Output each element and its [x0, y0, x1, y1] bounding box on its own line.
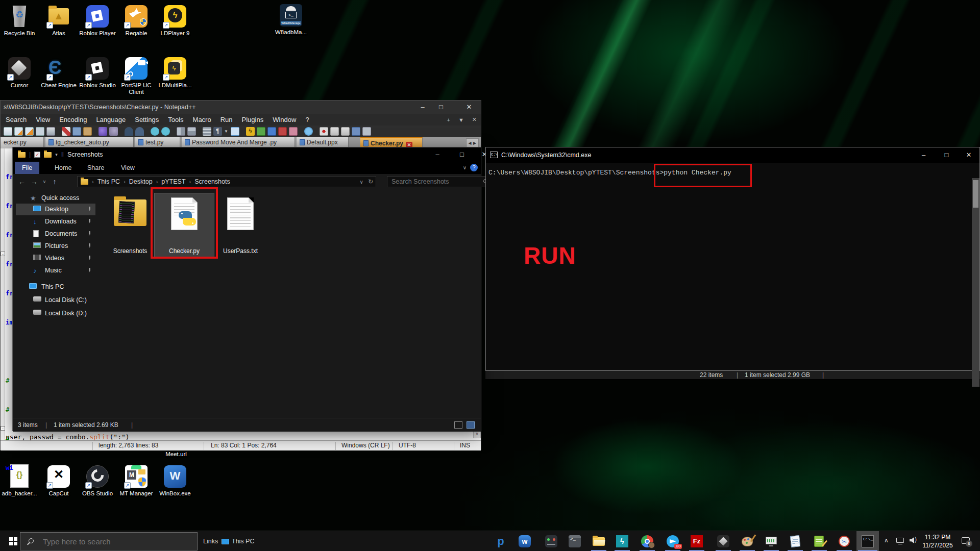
taskbar-app-flash-share[interactable]: ϟ — [611, 531, 633, 551]
function-list-icon[interactable]: ϟ — [246, 127, 255, 136]
desktop-icon-winbox[interactable]: W WinBox.exe — [156, 464, 194, 497]
find-icon[interactable] — [125, 127, 133, 136]
cmd-minimize-button[interactable]: – — [912, 147, 935, 163]
explorer-titlebar[interactable]: | ✓ ▾ ‖ Screenshots – □ ✕ — [13, 147, 481, 162]
taskbar-app-command-prompt[interactable]: C:\_ — [856, 531, 879, 551]
fold-marker[interactable]: - — [1, 252, 5, 256]
up-icon[interactable]: ↑ — [48, 178, 61, 186]
word-wrap-icon[interactable] — [203, 127, 211, 136]
desktop-icon-recycle-bin[interactable]: ♻ Recycle Bin — [0, 4, 39, 37]
paste-icon[interactable] — [83, 127, 92, 136]
taskbar-app-filezilla[interactable]: Fz — [685, 531, 708, 551]
menu-caret-button[interactable]: ▼ — [458, 117, 464, 123]
cmd-maximize-button[interactable]: □ — [935, 147, 958, 163]
open-folder-icon[interactable] — [14, 127, 23, 136]
large-icons-view-icon[interactable] — [467, 421, 475, 429]
desktop-icon-cheat-engine[interactable]: Є↗ Cheat Engine — [39, 56, 78, 89]
taskbar-app-task-manager[interactable] — [760, 531, 782, 551]
desktop-icon-w8adbmanage[interactable]: >_ W8adbManage W8adbMa... — [272, 3, 310, 36]
indent-guide-icon[interactable] — [231, 127, 239, 136]
taskbar-app-adb-bridge[interactable] — [540, 531, 562, 551]
sidebar-item-downloads[interactable]: ↓ Downloads — [16, 216, 95, 228]
menu-close-button[interactable]: ✕ — [472, 116, 477, 123]
new-folder-icon[interactable] — [44, 152, 52, 158]
menu-macro[interactable]: Macro — [193, 116, 211, 123]
show-all-characters-icon[interactable]: ¶ — [213, 127, 222, 136]
taskbar-app-pdanet[interactable]: p — [489, 531, 512, 551]
taskbar-app-paint[interactable] — [736, 531, 758, 551]
sync-scroll-vertical-icon[interactable] — [177, 127, 185, 136]
desktop-icon-obs-studio[interactable]: ↗ OBS Studio — [78, 464, 117, 497]
sidebar-item-music[interactable]: ♪ Music — [16, 265, 95, 277]
replace-icon[interactable] — [135, 127, 144, 136]
desktop-icon-meet-url[interactable]: Meet.url — [157, 451, 195, 457]
taskbar-app-chrome[interactable] — [636, 531, 658, 551]
desktop-icon-roblox-player[interactable]: ↗ Roblox Player — [78, 4, 117, 37]
menu-language[interactable]: Language — [96, 116, 126, 123]
sidebar-item-videos[interactable]: Videos — [16, 253, 95, 264]
folder-icon[interactable] — [18, 152, 26, 158]
menu-view[interactable]: View — [36, 116, 50, 123]
print-icon[interactable] — [46, 127, 55, 136]
menu-window[interactable]: Window — [273, 116, 296, 123]
monitor-icon[interactable] — [304, 127, 313, 136]
start-button[interactable] — [0, 531, 22, 551]
sidebar-item-local-disk-c[interactable]: Local Disk (C:) — [16, 294, 95, 306]
save-all-icon[interactable] — [36, 127, 44, 136]
run-macro-icon[interactable] — [362, 127, 371, 136]
properties-check-icon[interactable]: ✓ — [34, 152, 40, 158]
document-list-icon[interactable] — [267, 127, 276, 136]
tray-show-hidden-icons[interactable]: ∧ — [882, 531, 892, 551]
tray-volume[interactable]: ) — [908, 531, 920, 551]
document-map-icon[interactable] — [257, 127, 265, 136]
ribbon-tab-view[interactable]: View — [114, 162, 142, 174]
menu-search[interactable]: Search — [6, 116, 27, 123]
notepadpp-close-button[interactable]: ✕ — [460, 101, 478, 114]
taskbar-search[interactable] — [20, 532, 198, 550]
customize-dropdown-icon[interactable]: ▾ — [55, 152, 58, 157]
breadcrumb-pytest[interactable]: pYTEST — [161, 178, 185, 185]
address-dropdown-icon[interactable]: ∨ — [360, 179, 363, 185]
taskbar-this-pc-toolbar[interactable]: This PC — [222, 531, 254, 551]
folder-as-workspace-icon[interactable] — [278, 127, 287, 136]
sidebar-item-pictures[interactable]: Pictures — [16, 240, 95, 252]
taskbar-app-roblox-studio[interactable] — [712, 531, 734, 551]
redo-icon[interactable] — [109, 127, 118, 136]
sidebar-item-desktop[interactable]: Desktop — [16, 204, 95, 215]
refresh-icon[interactable]: ↻ — [368, 178, 373, 185]
ribbon-tab-file[interactable]: File — [15, 162, 39, 174]
desktop-icon-mt-manager[interactable]: M↗ MT Manager — [117, 464, 156, 497]
explorer-maximize-button[interactable]: □ — [453, 147, 471, 162]
notepadpp-titlebar[interactable]: s\W8SOJIB\Desktop\pYTEST\Screenshots\Che… — [1, 101, 481, 114]
notepadpp-maximize-button[interactable]: □ — [432, 101, 450, 114]
taskbar-app-notepad-plus-plus[interactable] — [808, 531, 830, 551]
taskbar-app-console[interactable]: >_ — [564, 531, 586, 551]
undo-icon[interactable] — [99, 127, 107, 136]
breadcrumb[interactable]: › This PC › Desktop › pYTEST › Screensho… — [77, 176, 376, 187]
zoom-out-icon[interactable] — [161, 127, 170, 136]
sidebar-item-local-disk-d[interactable]: Local Disk (D:) — [16, 308, 95, 319]
desktop-icon-atlas[interactable]: ▲↗ Atlas — [39, 4, 78, 37]
sidebar-item-this-pc[interactable]: This PC — [16, 281, 95, 293]
explorer-minimize-button[interactable]: – — [428, 147, 447, 162]
sidebar-quick-access[interactable]: ★ Quick access — [16, 192, 95, 204]
desktop-icon-ldmultiplayer[interactable]: ϟ↗ LDMultiPla... — [156, 56, 194, 89]
cut-icon[interactable] — [62, 127, 70, 136]
taskbar-app-snipping-tool[interactable]: ✂ — [833, 531, 855, 551]
taskbar-links-toolbar[interactable]: Links — [203, 531, 218, 551]
explorer-search[interactable] — [387, 176, 491, 187]
breadcrumb-desktop[interactable]: Desktop — [129, 178, 153, 185]
help-icon[interactable]: ? — [470, 164, 478, 171]
desktop-icon-capcut[interactable]: ✕↗ CapCut — [39, 464, 78, 497]
save-macro-icon[interactable] — [352, 127, 360, 136]
menu-settings[interactable]: Settings — [135, 116, 159, 123]
explorer-search-input[interactable] — [390, 177, 477, 186]
desktop-icon-ldplayer9[interactable]: ϟ↗ LDPlayer 9 — [156, 4, 194, 37]
tray-clock[interactable]: 11:32 PM 11/27/2025 — [920, 533, 955, 549]
cmd-scrollbar[interactable] — [972, 178, 979, 387]
stop-macro-icon[interactable] — [330, 127, 339, 136]
taskbar-app-wondershare[interactable]: w — [513, 531, 536, 551]
cmd-close-button[interactable]: ✕ — [958, 147, 979, 163]
sidebar-item-documents[interactable]: Documents — [16, 228, 95, 240]
details-view-icon[interactable] — [454, 421, 462, 429]
